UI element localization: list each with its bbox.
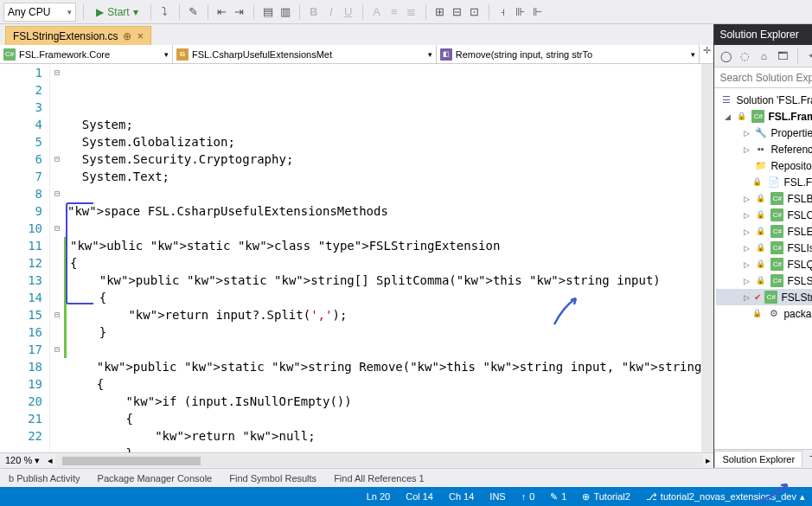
back-icon[interactable]: ◯ xyxy=(718,48,733,64)
status-bar: Ln 20 Col 14 Ch 14 INS ↑ 0 ✎ 1 ⊕ Tutoria… xyxy=(0,487,812,506)
underline-icon[interactable]: U xyxy=(342,5,355,19)
indent-out-icon[interactable]: ⇤ xyxy=(215,5,229,19)
status-ch: Ch 14 xyxy=(449,491,474,502)
status-pending-edit[interactable]: ✎ 1 xyxy=(550,491,566,503)
solution-search-input[interactable] xyxy=(719,72,812,84)
nav-method-combo[interactable]: ◧Remove(string input, string strTo xyxy=(437,45,700,63)
btab-findsym[interactable]: Find Symbol Results xyxy=(221,471,325,486)
repository-node[interactable]: 📁Repository xyxy=(716,157,812,174)
file-tab-active[interactable]: FSLStringExtension.cs ⊕ × xyxy=(5,26,151,45)
cs-file-node[interactable]: ▷🔒C#FSLIsNullExtension.cs xyxy=(716,240,812,256)
nav-class-combo[interactable]: ⧉FSL.CsharpUsefulExtensionsMet xyxy=(173,45,437,63)
fontcolor-icon[interactable]: A xyxy=(370,5,384,19)
bold-icon[interactable]: B xyxy=(307,5,321,19)
editor-pane: FSLStringExtension.cs ⊕ × C#FSL.Framewor… xyxy=(0,24,713,468)
solution-search[interactable]: 🔍 ▾ xyxy=(714,67,812,88)
sync-icon[interactable]: ⟲ xyxy=(805,48,812,64)
status-repo[interactable]: ⊕ Tutorial2 xyxy=(582,491,630,503)
btab-publish[interactable]: b Publish Activity xyxy=(0,471,89,486)
status-pending-up[interactable]: ↑ 0 xyxy=(521,491,535,502)
uncomment-icon[interactable]: ▥ xyxy=(278,5,292,19)
spacing-icon[interactable]: ⊩ xyxy=(531,5,545,19)
pin-icon[interactable]: ⊕ xyxy=(123,30,131,42)
italic-icon[interactable]: I xyxy=(324,5,338,19)
home-icon[interactable]: ⌂ xyxy=(756,48,771,64)
step-icon[interactable]: ⤵ xyxy=(158,5,172,19)
panel-tabs: Solution Explorer Test Explorer Class Vi… xyxy=(714,449,812,468)
nav-project-combo[interactable]: C#FSL.Framework.Core xyxy=(0,45,173,63)
split-icon[interactable]: ✛ xyxy=(700,45,713,63)
fwd-icon[interactable]: ◌ xyxy=(737,48,752,64)
solution-toolbar: ◯ ◌ ⌂ 🗔 ⟲ ↻ ⊞ ⊟ 🔧 <> xyxy=(714,45,812,67)
references-node[interactable]: ▷▪▪References xyxy=(716,141,812,157)
status-ins: INS xyxy=(489,491,505,502)
cs-file-node[interactable]: ▷🔒C#FSLSerializationExtension.cs xyxy=(716,272,812,289)
main-toolbar: Any CPU Start ▾ ⤵ ✎ ⇤ ⇥ ▤ ▥ B I U A ≡ ≣ … xyxy=(0,0,812,24)
document-tab-bar: FSLStringExtension.cs ⊕ × xyxy=(0,24,713,45)
btab-findref[interactable]: Find All References 1 xyxy=(325,471,433,486)
tab-solution-explorer[interactable]: Solution Explorer xyxy=(714,451,802,467)
status-col: Col 14 xyxy=(406,491,433,502)
align-set-icon[interactable]: ⫞ xyxy=(496,5,510,19)
packages-node[interactable]: 🔒⚙packages.config xyxy=(716,305,812,322)
distribute-icon[interactable]: ⊪ xyxy=(514,5,527,19)
layout3-icon[interactable]: ⊡ xyxy=(468,5,482,19)
output-tabs: b Publish Activity Package Manager Conso… xyxy=(0,468,812,487)
project-node[interactable]: ◢🔒C#FSL.Framework.Core xyxy=(716,108,812,125)
nav-bar: C#FSL.Framework.Core ⧉FSL.CsharpUsefulEx… xyxy=(0,45,713,64)
align-icon[interactable]: ≣ xyxy=(405,5,419,19)
close-tab-icon[interactable]: × xyxy=(137,29,144,42)
tool-icon[interactable]: ✎ xyxy=(187,5,201,19)
layout2-icon[interactable]: ⊟ xyxy=(451,5,464,19)
status-branch[interactable]: ⎇ tutorial2_novas_extensions_dev ▴ xyxy=(646,491,805,503)
comment-icon[interactable]: ▤ xyxy=(261,5,275,19)
indent-in-icon[interactable]: ⇥ xyxy=(233,5,246,19)
properties-node[interactable]: ▷🔧Properties xyxy=(716,125,812,141)
editor-footer: 120 % ▾ ◂ ▸ xyxy=(0,452,713,468)
zoom-combo[interactable]: 120 % ▾ xyxy=(0,455,45,466)
code-editor[interactable]: 12345678910111213141516171819202122 ⊟⊟⊟⊟… xyxy=(0,64,713,452)
layout1-icon[interactable]: ⊞ xyxy=(433,5,447,19)
start-button[interactable]: Start ▾ xyxy=(91,3,143,22)
cs-file-node[interactable]: ▷🔒C#FSLBrowserCapabilitiesExtension.cs xyxy=(716,190,812,207)
cs-file-node[interactable]: ▷🔒C#FSLEnumExtension.cs xyxy=(716,223,812,240)
file-tab-label: FSLStringExtension.cs xyxy=(13,30,118,42)
nuspec-node[interactable]: 🔒📄FSL.Framework.Core.nuspec xyxy=(716,174,812,190)
btab-pmc[interactable]: Package Manager Console xyxy=(89,471,221,486)
solution-node[interactable]: ☰Solution 'FSL.Framework' (1 project) xyxy=(716,92,812,108)
solution-explorer-panel: Solution Explorer ▾ ⬓ × ◯ ◌ ⌂ 🗔 ⟲ ↻ ⊞ ⊟ … xyxy=(713,24,812,468)
scope-icon[interactable]: 🗔 xyxy=(775,48,790,64)
cs-file-node[interactable]: ▷🔒C#FSLQueryStringExtension.cs xyxy=(716,256,812,272)
tab-test-explorer[interactable]: Test Explorer xyxy=(802,452,812,467)
platform-combo[interactable]: Any CPU xyxy=(3,3,76,22)
status-line: Ln 20 xyxy=(367,491,391,502)
list-icon[interactable]: ≡ xyxy=(387,5,401,19)
panel-title-bar[interactable]: Solution Explorer ▾ ⬓ × xyxy=(714,24,812,45)
cs-file-node[interactable]: ▷✔C#FSLStringExtension.cs xyxy=(716,289,812,305)
solution-tree[interactable]: ☰Solution 'FSL.Framework' (1 project) ◢🔒… xyxy=(714,88,812,449)
horizontal-scrollbar[interactable] xyxy=(55,455,703,467)
cs-file-node[interactable]: ▷🔒C#FSLCollectionExtension.cs xyxy=(716,207,812,223)
